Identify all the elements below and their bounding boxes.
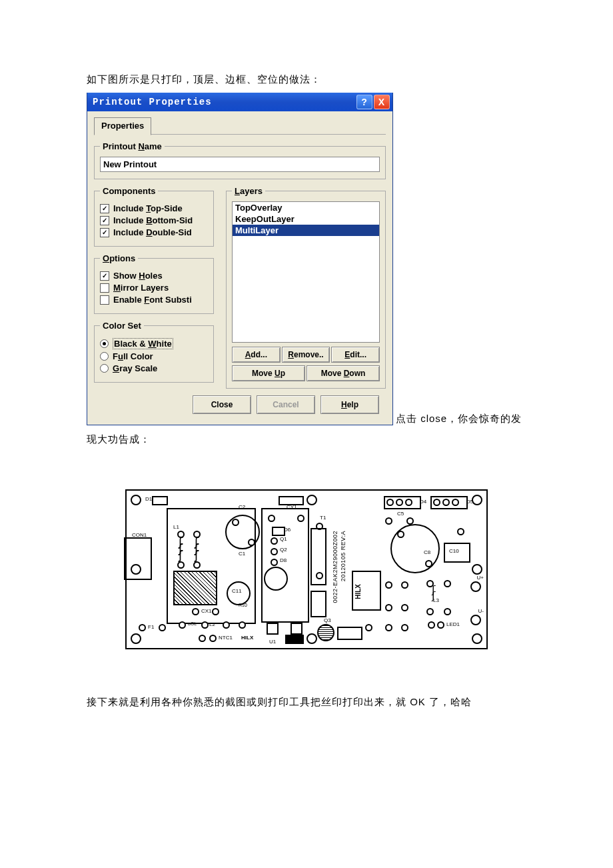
options-group: Options ✓Show Holes Mirror Layers Enable… (94, 253, 214, 314)
radio-full-color[interactable]: Full Color (100, 351, 208, 361)
tab-properties[interactable]: Properties (94, 117, 151, 135)
add-button[interactable]: Add... (232, 347, 281, 363)
printout-dialog: Printout Properties ? X Properties Print… (87, 93, 393, 425)
include-bottom-side[interactable]: ✓Include Bottom-Sid (100, 215, 208, 225)
edit-button[interactable]: Edit... (331, 347, 380, 363)
close-icon[interactable]: X (374, 95, 390, 109)
layers-legend: Layers (232, 186, 265, 196)
dialog-title: Printout Properties (93, 97, 356, 107)
mirror-layers[interactable]: Mirror Layers (100, 283, 208, 293)
components-legend: Components (100, 186, 158, 196)
printout-name-group: Printout Name (94, 141, 386, 179)
move-up-button[interactable]: Move Up (232, 365, 305, 381)
components-group: Components ✓Include Top-Side ✓Include Bo… (94, 186, 214, 247)
options-legend: Options (100, 253, 138, 263)
after-dialog-text-2: 现大功告成： (87, 429, 526, 449)
move-down-button[interactable]: Move Down (306, 365, 380, 381)
enable-font-substi[interactable]: Enable Font Substi (100, 295, 208, 305)
close-button[interactable]: Close (193, 395, 251, 414)
radio-black-white[interactable]: Black & White (100, 338, 208, 349)
show-holes[interactable]: ✓Show Holes (100, 271, 208, 281)
list-item[interactable]: TopOverlay (233, 202, 379, 213)
color-set-legend: Color Set (100, 321, 144, 331)
remove-button[interactable]: Remove.. (282, 347, 330, 363)
help-button[interactable]: Help (320, 395, 379, 414)
include-double-side[interactable]: ✓Include Double-Sid (100, 227, 208, 237)
printout-name-legend: Printout Name (100, 141, 165, 151)
layers-group: Layers TopOverlay KeepOutLayer MultiLaye… (226, 186, 386, 389)
printout-name-input[interactable] (100, 157, 380, 172)
list-item[interactable]: KeepOutLayer (233, 213, 379, 225)
help-icon[interactable]: ? (356, 95, 372, 109)
color-set-group: Color Set Black & White Full Color Gray … (94, 321, 214, 383)
pcb-diagram: CON1 D1 L1 ʃ ʃ ʃ ʃ ʃ ʃ C2 C1 C11 R10 (125, 489, 488, 649)
radio-gray-scale[interactable]: Gray Scale (100, 363, 208, 373)
list-item[interactable]: MultiLayer (233, 225, 379, 236)
intro-text: 如下图所示是只打印，顶层、边框、空位的做法： (87, 73, 526, 86)
layers-listbox[interactable]: TopOverlay KeepOutLayer MultiLayer (232, 201, 380, 343)
final-text: 接下来就是利用各种你熟悉的截图或则打印工具把丝印打印出来，就 OK 了，哈哈 (87, 696, 526, 709)
titlebar: Printout Properties ? X (87, 93, 392, 111)
include-top-side[interactable]: ✓Include Top-Side (100, 203, 208, 213)
cancel-button: Cancel (257, 395, 315, 414)
after-dialog-text-1: 点击 close，你会惊奇的发 (396, 413, 522, 425)
